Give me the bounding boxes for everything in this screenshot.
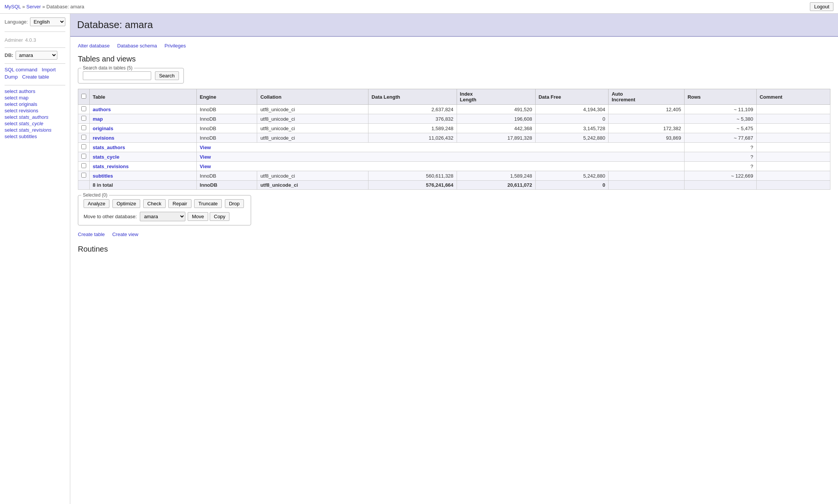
tables-table: Table Engine Collation Data Length Index… — [78, 89, 830, 190]
row-data-free: 5,242,880 — [535, 133, 608, 143]
table-header-auto-increment: AutoIncrement — [609, 89, 685, 105]
main-layout: Language: English German French Spanish … — [0, 14, 838, 504]
copy-button[interactable]: Copy — [210, 212, 229, 221]
row-check — [78, 105, 90, 114]
lang-label: Language: — [5, 19, 28, 25]
analyze-button[interactable]: Analyze — [84, 199, 109, 208]
sidebar-divider3 — [5, 63, 65, 64]
table-row: stats_authors View ? — [78, 143, 830, 152]
sidebar-table-subtitles[interactable]: select subtitles — [5, 134, 65, 139]
row-collation: utf8_unicode_ci — [257, 114, 368, 124]
view-link[interactable]: View — [200, 154, 211, 160]
privileges-link[interactable]: Privileges — [164, 43, 186, 49]
row-engine: InnoDB — [196, 133, 257, 143]
row-checkbox[interactable] — [81, 106, 86, 111]
row-table-name: authors — [90, 105, 197, 114]
sidebar-divider4 — [5, 85, 65, 85]
table-name-link[interactable]: revisions — [93, 135, 114, 141]
table-name-link[interactable]: originals — [93, 126, 113, 131]
search-input[interactable] — [83, 71, 151, 80]
row-engine: InnoDB — [196, 105, 257, 114]
total-label: 8 in total — [90, 181, 197, 190]
total-data-length: 576,241,664 — [368, 181, 457, 190]
table-name-link[interactable]: stats_authors — [93, 145, 125, 150]
database-schema-link[interactable]: Database schema — [117, 43, 157, 49]
row-check — [78, 143, 90, 152]
table-name-link[interactable]: subtitles — [93, 173, 113, 179]
row-collation: utf8_unicode_ci — [257, 124, 368, 133]
table-name-link[interactable]: stats_revisions — [93, 164, 129, 169]
sidebar-table-revisions[interactable]: select revisions — [5, 108, 65, 113]
table-row: authors InnoDB utf8_unicode_ci 2,637,824… — [78, 105, 830, 114]
row-comment — [756, 124, 830, 133]
sidebar-dump[interactable]: Dump — [5, 74, 18, 80]
table-name-link[interactable]: authors — [93, 107, 111, 112]
move-db-select[interactable]: amara — [140, 212, 185, 221]
search-box-container: Search data in tables (5) Search — [78, 68, 184, 83]
move-button[interactable]: Move — [188, 212, 208, 221]
sidebar-table-stats-revisions[interactable]: select stats_revisions — [5, 127, 65, 133]
sidebar-sql-command[interactable]: SQL command — [5, 67, 37, 72]
select-all-checkbox[interactable] — [81, 94, 86, 99]
row-table-name: revisions — [90, 133, 197, 143]
row-checkbox[interactable] — [81, 135, 86, 140]
table-name-link[interactable]: map — [93, 116, 103, 122]
row-checkbox[interactable] — [81, 154, 86, 159]
row-checkbox[interactable] — [81, 163, 86, 168]
drop-button[interactable]: Drop — [225, 199, 244, 208]
row-checkbox[interactable] — [81, 125, 86, 130]
sidebar-table-stats-authors[interactable]: select stats_authors — [5, 114, 65, 120]
table-row: stats_cycle View ? — [78, 152, 830, 162]
truncate-button[interactable]: Truncate — [194, 199, 222, 208]
create-view-link[interactable]: Create view — [112, 232, 138, 237]
create-table-link[interactable]: Create table — [78, 232, 105, 237]
row-check — [78, 152, 90, 162]
row-comment — [756, 171, 830, 181]
row-comment — [756, 105, 830, 114]
table-header-check — [78, 89, 90, 105]
row-collation: utf8_unicode_ci — [257, 171, 368, 181]
row-auto-increment: 12,405 — [609, 105, 685, 114]
row-table-name: stats_revisions — [90, 162, 197, 171]
table-name-link[interactable]: stats_cycle — [93, 154, 119, 160]
alter-database-link[interactable]: Alter database — [78, 43, 110, 49]
repair-button[interactable]: Repair — [168, 199, 191, 208]
view-link[interactable]: View — [200, 145, 211, 150]
table-header-data-length: Data Length — [368, 89, 457, 105]
row-data-free: 4,194,304 — [535, 105, 608, 114]
row-check — [78, 124, 90, 133]
breadcrumb-server[interactable]: Server — [26, 4, 41, 9]
view-link[interactable]: View — [200, 164, 211, 169]
row-check — [78, 114, 90, 124]
sidebar-import[interactable]: Import — [42, 67, 56, 72]
content: Database: amara Alter database Database … — [70, 14, 838, 504]
row-comment — [756, 162, 830, 171]
row-index-length: 491,520 — [457, 105, 535, 114]
sidebar-divider2 — [5, 47, 65, 48]
bottom-links: Create table Create view — [78, 232, 830, 237]
row-checkbox[interactable] — [81, 144, 86, 149]
sidebar-table-authors[interactable]: select authors — [5, 88, 65, 94]
row-view-label: View — [196, 143, 684, 152]
row-rows: ~ 11,109 — [684, 105, 756, 114]
sidebar-create-table[interactable]: Create table — [22, 74, 49, 80]
logout-button[interactable]: Logout — [810, 2, 833, 11]
breadcrumb-mysql[interactable]: MySQL — [5, 4, 21, 9]
row-checkbox[interactable] — [81, 173, 86, 178]
row-checkbox[interactable] — [81, 116, 86, 121]
optimize-button[interactable]: Optimize — [112, 199, 140, 208]
sidebar-table-stats-cycle[interactable]: select stats_cycle — [5, 121, 65, 126]
row-rows: ~ 5,380 — [684, 114, 756, 124]
lang-select[interactable]: English German French Spanish — [30, 17, 65, 26]
sidebar-links: SQL command Import Dump Create table — [5, 67, 65, 81]
table-row: map InnoDB utf8_unicode_ci 376,832 196,6… — [78, 114, 830, 124]
db-select[interactable]: amara — [16, 51, 57, 60]
search-button[interactable]: Search — [155, 71, 179, 80]
total-check — [78, 181, 90, 190]
sidebar-table-originals[interactable]: select originals — [5, 101, 65, 107]
row-data-length: 1,589,248 — [368, 124, 457, 133]
check-button[interactable]: Check — [143, 199, 166, 208]
table-header-engine: Engine — [196, 89, 257, 105]
search-box-legend: Search data in tables (5) — [81, 65, 134, 71]
sidebar-table-map[interactable]: select map — [5, 95, 65, 101]
